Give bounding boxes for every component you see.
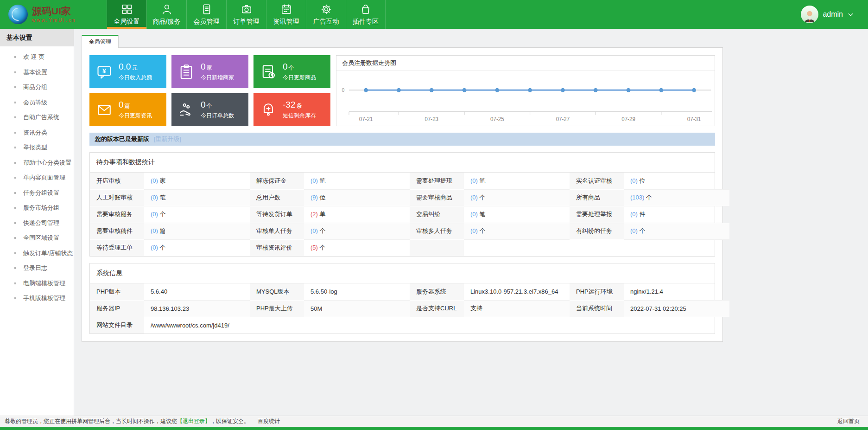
sidebar-item-label: 任务分组设置 <box>23 189 59 197</box>
stat-card-label: 今日新增商家 <box>201 74 234 82</box>
system-info-table: PHP版本5.6.40MYSQL版本5.6.50-log服务器系统Linux3.… <box>90 283 729 334</box>
bullet-icon <box>14 132 16 134</box>
svg-text:07-25: 07-25 <box>490 116 504 122</box>
bell-plus-icon <box>260 102 277 118</box>
table-row: 网站文件目录/www/wwwroot/cs.com/jd419/ <box>90 317 729 334</box>
stat-card-text: 0个今日订单总数 <box>201 100 234 120</box>
sysinfo-label: PHP运行环境 <box>570 283 624 300</box>
empty-cell <box>410 317 464 334</box>
bullet-icon <box>14 71 16 73</box>
logo[interactable]: 源码UI家 www.YmUI.cn <box>0 0 107 29</box>
sidebar: 基本设置 欢 迎 页基本设置商品分组会员等级自助广告系统资讯分类举报类型帮助中心… <box>0 29 74 416</box>
todo-value: (0) 个 <box>624 223 729 239</box>
empty-cell <box>464 239 570 256</box>
version-banner: 您的版本已是最新版 [重新升级] <box>89 133 715 146</box>
todo-value: (5) 个 <box>304 239 410 256</box>
chart-title: 会员注册数据走势图 <box>336 56 715 71</box>
todo-count: (0) <box>151 244 158 251</box>
logout-link[interactable]: 【退出登录】 <box>177 418 210 424</box>
stat-card-today-updated-goods: 0个今日更新商品 <box>253 55 330 88</box>
todo-value: (0) 个 <box>144 239 250 256</box>
todo-count: (0) <box>310 227 318 234</box>
nav-item-plugin-zone[interactable]: 插件专区 <box>346 0 386 29</box>
sysinfo-value: Linux3.10.0-957.21.3.el7.x86_64 <box>464 283 570 300</box>
bullet-icon <box>14 162 16 164</box>
system-info-panel: 系统信息 PHP版本5.6.40MYSQL版本5.6.50-log服务器系统Li… <box>89 263 715 334</box>
sysinfo-value: 2022-07-31 02:20:25 <box>624 300 729 317</box>
yen-bubble-icon: ¥ <box>96 64 113 80</box>
tab-global-management[interactable]: 全局管理 <box>82 35 119 48</box>
sidebar-item-goods-groups[interactable]: 商品分组 <box>0 80 74 95</box>
grid-icon <box>121 3 133 15</box>
sidebar-item-mobile-template-management[interactable]: 手机版模板管理 <box>0 291 74 306</box>
nav-item-label: 广告互动 <box>313 18 339 26</box>
sidebar-item-news-categories[interactable]: 资讯分类 <box>0 125 74 141</box>
sidebar-item-label: 触发订单/店铺状态 <box>23 249 73 257</box>
nav-item-label: 插件专区 <box>353 18 379 26</box>
todo-label: 审核资讯评价 <box>250 239 304 256</box>
nav-item-goods-services[interactable]: 商品/服务 <box>146 0 186 29</box>
sidebar-item-self-ad-system[interactable]: 自助广告系统 <box>0 110 74 125</box>
stats-and-chart-row: ¥0.0元今日收入总额0家今日新增商家0个今日更新商品0篇今日更新资讯0个今日订… <box>89 55 715 126</box>
sidebar-item-single-page-management[interactable]: 单内容页面管理 <box>0 170 74 186</box>
todo-value: (0) 个 <box>464 189 570 206</box>
sidebar-item-label: 会员等级 <box>23 98 47 107</box>
sidebar-item-basic-settings[interactable]: 基本设置 <box>0 65 74 80</box>
nav-item-member-management[interactable]: 会员管理 <box>186 0 226 29</box>
todo-label: 需要审核商品 <box>410 189 464 206</box>
empty-cell <box>570 317 624 334</box>
nav-item-label: 会员管理 <box>194 18 220 26</box>
bullet-icon <box>14 222 16 224</box>
sidebar-item-task-group-settings[interactable]: 任务分组设置 <box>0 186 74 201</box>
sidebar-item-national-region-settings[interactable]: 全国区域设置 <box>0 231 74 246</box>
sysinfo-value: 5.6.40 <box>144 283 250 300</box>
bullet-icon <box>14 267 16 269</box>
nav-item-ad-interaction[interactable]: 广告互动 <box>306 0 346 29</box>
sidebar-item-help-center-categories[interactable]: 帮助中心分类设置 <box>0 155 74 171</box>
sidebar-item-welcome-page[interactable]: 欢 迎 页 <box>0 50 74 65</box>
sidebar-item-member-levels[interactable]: 会员等级 <box>0 95 74 110</box>
stat-card-value: 0篇 <box>119 100 152 110</box>
todo-label: 交易纠纷 <box>410 206 464 223</box>
stat-card-value: 0家 <box>201 62 234 72</box>
todo-count: (0) <box>470 194 478 201</box>
nav-item-order-management[interactable]: 订单管理 <box>226 0 266 29</box>
todo-label: 解冻保证金 <box>250 173 304 189</box>
sidebar-item-label: 举报类型 <box>23 143 47 152</box>
bullet-icon <box>14 86 16 88</box>
tab-bar: 全局管理 <box>82 35 723 47</box>
logo-text: 源码UI家 www.YmUI.cn <box>32 6 76 23</box>
return-home-link[interactable]: 返回首页 <box>837 417 863 425</box>
stat-card-unit: 家 <box>207 64 212 71</box>
todo-value: (0) 笔 <box>464 206 570 223</box>
stat-card-unit: 篇 <box>125 103 130 109</box>
todo-stats-panel: 待办事项和数据统计 开店审核(0) 家解冻保证金(0) 笔需要处理提现(0) 笔… <box>89 152 715 257</box>
footer-text-after: ，以保证安全。 <box>210 418 249 424</box>
stat-card-text: 0篇今日更新资讯 <box>119 100 152 120</box>
sidebar-item-login-log[interactable]: 登录日志 <box>0 261 74 276</box>
footer-bar: 尊敬的管理员，您正在使用拼单网管理后台，当长时间不操作，建议您【退出登录】，以保… <box>0 416 868 427</box>
sidebar-item-label: 电脑端模板管理 <box>23 279 65 288</box>
sidebar-item-express-company-management[interactable]: 快递公司管理 <box>0 216 74 231</box>
globe-logo-icon <box>8 5 28 24</box>
nav-item-global-settings[interactable]: 全局设置 <box>107 0 146 29</box>
baidu-stats-link[interactable]: 百度统计 <box>258 418 280 424</box>
nav-item-news-management[interactable]: 资讯管理 <box>266 0 306 29</box>
sysinfo-label: 服务器IP <box>90 300 144 317</box>
todo-value: (0) 个 <box>304 223 410 239</box>
empty-cell <box>624 317 729 334</box>
todo-label: 有纠纷的任务 <box>570 223 624 239</box>
sidebar-item-pc-template-management[interactable]: 电脑端模板管理 <box>0 276 74 291</box>
todo-label: 需要处理提现 <box>410 173 464 189</box>
sysinfo-value: 支持 <box>464 300 570 317</box>
sidebar-item-trigger-order-shop-status[interactable]: 触发订单/店铺状态 <box>0 246 74 261</box>
bullet-icon <box>14 252 16 254</box>
main-area: 全局管理 ¥0.0元今日收入总额0家今日新增商家0个今日更新商品0篇今日更新资讯… <box>74 29 868 416</box>
bullet-icon <box>14 102 16 103</box>
upgrade-link[interactable]: [重新升级] <box>154 135 181 142</box>
sidebar-item-service-market-groups[interactable]: 服务市场分组 <box>0 200 74 216</box>
sysinfo-value: 50M <box>304 300 410 317</box>
user-menu[interactable]: admin <box>801 0 868 29</box>
todo-stats-title: 待办事项和数据统计 <box>90 153 715 173</box>
sidebar-item-report-types[interactable]: 举报类型 <box>0 140 74 155</box>
